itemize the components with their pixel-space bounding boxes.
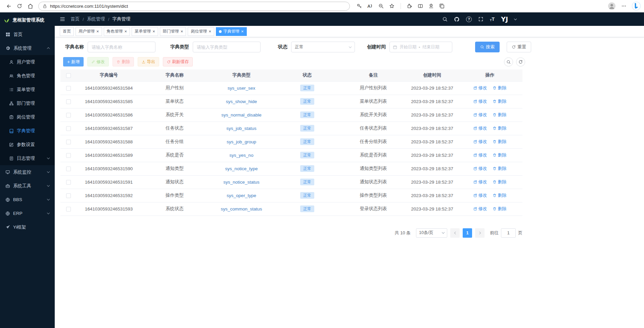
- row-checkbox[interactable]: [66, 99, 71, 104]
- dict-type-link[interactable]: sys_job_group: [227, 139, 256, 144]
- reset-button[interactable]: 重置: [507, 42, 531, 52]
- app-logo[interactable]: 意框架管理系统: [0, 12, 55, 28]
- row-delete-link[interactable]: 删除: [493, 192, 506, 198]
- close-icon[interactable]: [125, 29, 127, 34]
- sidebar-item-menus[interactable]: 菜单管理: [0, 83, 55, 96]
- dict-name-input[interactable]: [88, 42, 155, 52]
- search-button[interactable]: 搜索: [475, 42, 500, 52]
- row-edit-link[interactable]: 修改: [473, 85, 487, 91]
- sidebar-item-users[interactable]: 用户管理: [0, 55, 55, 69]
- row-delete-link[interactable]: 删除: [493, 112, 506, 118]
- dict-type-input[interactable]: [193, 42, 261, 52]
- row-edit-link[interactable]: 修改: [473, 125, 487, 131]
- tab-users[interactable]: 用户管理: [76, 27, 102, 36]
- row-checkbox[interactable]: [66, 140, 71, 144]
- tab-home[interactable]: 首页: [60, 27, 74, 36]
- sidebar-item-departments[interactable]: 部门管理: [0, 96, 55, 110]
- tab-posts[interactable]: 岗位管理: [188, 27, 214, 36]
- row-edit-link[interactable]: 修改: [473, 166, 487, 172]
- add-button[interactable]: 新增: [63, 57, 84, 66]
- read-aloud-icon[interactable]: [367, 4, 373, 9]
- sidebar-item-dict[interactable]: 字典管理: [0, 124, 55, 138]
- sidebar-item-params[interactable]: 参数设置: [0, 138, 55, 151]
- tab-roles[interactable]: 角色管理: [104, 27, 130, 36]
- favorites-bar-icon[interactable]: [428, 3, 434, 9]
- close-icon[interactable]: [209, 29, 211, 34]
- export-button[interactable]: 导出: [138, 57, 159, 66]
- collections-icon[interactable]: [439, 3, 445, 9]
- zoom-out-icon[interactable]: [378, 3, 384, 9]
- row-checkbox[interactable]: [66, 126, 71, 131]
- breadcrumb-system[interactable]: 系统管理: [87, 16, 105, 22]
- row-checkbox[interactable]: [66, 86, 71, 91]
- row-delete-link[interactable]: 删除: [493, 85, 506, 91]
- show-search-toggle-button[interactable]: [504, 57, 513, 66]
- sidebar-item-roles[interactable]: 角色管理: [0, 69, 55, 83]
- sidebar-item-tools[interactable]: 系统工具: [0, 179, 55, 193]
- dict-type-link[interactable]: sys_oper_type: [227, 193, 256, 198]
- goto-page-input[interactable]: [501, 228, 516, 238]
- sidebar-item-posts[interactable]: 岗位管理: [0, 110, 55, 124]
- user-logo-avatar[interactable]: YJ: [501, 15, 508, 23]
- sidebar-item-framework[interactable]: Yi框架: [0, 220, 55, 234]
- dict-type-link[interactable]: sys_normal_disable: [221, 112, 261, 118]
- profile-avatar[interactable]: [608, 2, 616, 10]
- tab-departments[interactable]: 部门管理: [160, 27, 186, 36]
- sidebar-item-system[interactable]: 系统管理: [0, 41, 55, 55]
- tab-dict[interactable]: 字典管理: [216, 27, 247, 36]
- row-edit-link[interactable]: 修改: [473, 179, 487, 185]
- close-icon[interactable]: [152, 29, 155, 34]
- row-delete-link[interactable]: 删除: [493, 166, 506, 172]
- row-edit-link[interactable]: 修改: [473, 206, 487, 212]
- bing-discover-icon[interactable]: [632, 2, 641, 10]
- dict-type-link[interactable]: sys_notice_type: [225, 166, 258, 171]
- row-edit-link[interactable]: 修改: [473, 139, 487, 145]
- settings-more-icon[interactable]: [621, 3, 627, 9]
- row-edit-link[interactable]: 修改: [473, 112, 487, 118]
- next-page-button[interactable]: [475, 228, 485, 238]
- row-delete-link[interactable]: 删除: [493, 152, 506, 158]
- close-icon[interactable]: [96, 29, 99, 34]
- close-icon[interactable]: [181, 29, 183, 34]
- select-all-checkbox[interactable]: [66, 73, 71, 78]
- close-icon[interactable]: [241, 29, 244, 34]
- delete-button[interactable]: 删除: [112, 57, 134, 66]
- row-delete-link[interactable]: 删除: [493, 139, 506, 145]
- row-checkbox[interactable]: [66, 113, 71, 118]
- page-size-select[interactable]: 10条/页: [416, 228, 447, 238]
- row-edit-link[interactable]: 修改: [473, 152, 487, 158]
- row-checkbox[interactable]: [66, 153, 71, 158]
- edit-button[interactable]: 修改: [87, 57, 109, 66]
- row-edit-link[interactable]: 修改: [473, 192, 487, 198]
- dict-type-link[interactable]: sys_job_status: [226, 126, 256, 131]
- status-select[interactable]: 正常: [291, 42, 355, 52]
- header-search-icon[interactable]: [442, 16, 448, 22]
- row-edit-link[interactable]: 修改: [473, 98, 487, 104]
- row-delete-link[interactable]: 删除: [493, 206, 506, 212]
- row-delete-link[interactable]: 删除: [493, 98, 506, 104]
- row-checkbox[interactable]: [66, 207, 71, 212]
- row-delete-link[interactable]: 删除: [493, 125, 506, 131]
- dict-type-link[interactable]: sys_common_status: [221, 206, 262, 212]
- extensions-icon[interactable]: [407, 3, 412, 9]
- password-key-icon[interactable]: [357, 3, 362, 9]
- sidebar-collapse-toggle[interactable]: [59, 16, 65, 22]
- dict-type-link[interactable]: sys_notice_status: [223, 180, 259, 185]
- fullscreen-icon[interactable]: [478, 16, 484, 22]
- sidebar-item-bbs[interactable]: BBS: [0, 193, 55, 206]
- dict-type-link[interactable]: sys_user_sex: [228, 86, 256, 91]
- row-checkbox[interactable]: [66, 180, 71, 185]
- current-page-button[interactable]: 1: [463, 228, 472, 238]
- github-icon[interactable]: [454, 16, 460, 22]
- sidebar-item-erp[interactable]: ERP: [0, 206, 55, 220]
- create-time-range-picker[interactable]: 开始日期 - 结束日期: [389, 42, 452, 52]
- sidebar-item-monitor[interactable]: 系统监控: [0, 165, 55, 179]
- browser-back-button[interactable]: [3, 1, 14, 11]
- browser-home-button[interactable]: [25, 1, 36, 11]
- breadcrumb-home[interactable]: 首页: [71, 16, 80, 22]
- split-screen-icon[interactable]: [418, 3, 423, 9]
- row-checkbox[interactable]: [66, 193, 71, 198]
- row-delete-link[interactable]: 删除: [493, 179, 506, 185]
- sidebar-item-logs[interactable]: 日志管理: [0, 151, 55, 165]
- dict-type-link[interactable]: sys_yes_no: [229, 153, 253, 158]
